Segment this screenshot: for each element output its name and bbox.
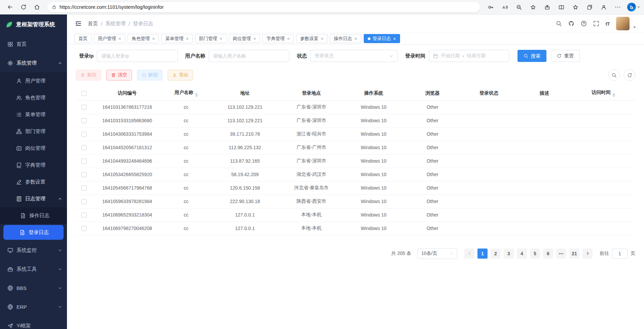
split-screen-button[interactable]	[554, 1, 568, 13]
tab-login-log[interactable]: 登录日志	[364, 34, 400, 43]
bing-chat-icon[interactable]: b	[627, 3, 636, 11]
export-button[interactable]: 导出	[168, 70, 193, 80]
github-icon[interactable]	[568, 21, 574, 27]
tab-dept-management[interactable]: 部门管理	[195, 34, 226, 43]
username-input[interactable]	[209, 50, 289, 62]
page-button-21[interactable]: 21	[569, 249, 579, 259]
login-ip-input[interactable]	[97, 50, 178, 62]
reset-button[interactable]: 重置	[551, 50, 580, 62]
sidebar-item-yi-framework[interactable]: Yi框架	[0, 316, 67, 329]
sort-carets-icon[interactable]	[612, 93, 615, 97]
row-checkbox[interactable]	[81, 105, 86, 110]
clear-button[interactable]: 清空	[106, 70, 132, 80]
sidebar-item-system-monitor[interactable]: 系统监控	[0, 241, 67, 260]
status-select[interactable]: 登录状态	[310, 50, 398, 62]
sidebar-item-user-management[interactable]: 用户管理	[0, 72, 67, 89]
tab-operation-log[interactable]: 操作日志	[330, 34, 361, 43]
page-button-2[interactable]: 2	[491, 249, 501, 259]
zoom-out-button[interactable]	[512, 1, 526, 13]
next-page-button[interactable]	[582, 249, 593, 259]
browser-profile-button[interactable]	[597, 1, 610, 13]
sidebar-item-operation-log[interactable]: 操作日志	[0, 207, 67, 224]
browser-back-button[interactable]	[4, 1, 16, 13]
sidebar-item-post-management[interactable]: 岗位管理	[0, 140, 67, 157]
end-date-placeholder[interactable]: 结束日期	[467, 53, 486, 59]
favorites-add-button[interactable]	[526, 1, 540, 13]
search-icon[interactable]	[556, 21, 562, 27]
sidebar-item-dept-management[interactable]: 部门管理	[0, 123, 67, 140]
row-checkbox[interactable]	[81, 159, 86, 164]
user-avatar[interactable]	[616, 17, 630, 30]
sidebar-item-home[interactable]: 首页	[0, 35, 67, 54]
close-icon[interactable]	[287, 36, 290, 41]
goto-page-input[interactable]	[612, 249, 628, 259]
sidebar-item-menu-management[interactable]: 菜单管理	[0, 106, 67, 123]
close-icon[interactable]	[393, 36, 396, 41]
avatar-caret-icon[interactable]	[633, 27, 636, 28]
address-bar[interactable]: https://ccnetcore.com:1101/system/log/lo…	[47, 2, 480, 12]
tab-user-management[interactable]: 用户管理	[94, 34, 125, 43]
breadcrumb-home[interactable]: 首页	[88, 21, 98, 27]
row-checkbox[interactable]	[81, 132, 86, 137]
url-text[interactable]: https://ccnetcore.com:1101/system/log/lo…	[60, 4, 164, 10]
close-icon[interactable]	[186, 36, 188, 41]
sort-carets-icon[interactable]	[195, 93, 198, 97]
sidebar-item-erp[interactable]: ERP	[0, 297, 67, 316]
close-icon[interactable]	[118, 36, 121, 41]
prev-page-button[interactable]	[464, 249, 474, 259]
sidebar-item-login-log[interactable]: 登录日志	[3, 225, 64, 240]
show-search-toggle-button[interactable]	[608, 69, 620, 81]
row-checkbox[interactable]	[81, 118, 86, 123]
close-icon[interactable]	[152, 36, 155, 41]
delete-button[interactable]: 删除	[76, 70, 101, 80]
bing-caret-icon[interactable]	[637, 6, 640, 8]
breadcrumb-system-management[interactable]: 系统管理	[105, 21, 126, 27]
start-date-placeholder[interactable]: 开始日期	[441, 53, 460, 59]
collections-button[interactable]	[583, 1, 596, 13]
sidebar-item-system-tools[interactable]: 系统工具	[0, 260, 67, 278]
help-icon[interactable]	[581, 21, 587, 27]
tab-role-management[interactable]: 角色管理	[128, 34, 159, 43]
font-size-icon[interactable]: tT	[606, 21, 610, 27]
row-checkbox[interactable]	[81, 186, 86, 191]
sidebar-item-system-management[interactable]: 系统管理	[0, 54, 67, 72]
page-button-6[interactable]: 6	[543, 249, 553, 259]
close-icon[interactable]	[253, 36, 256, 41]
col-access-time[interactable]: 访问时间	[571, 86, 635, 100]
search-button[interactable]: 搜索	[517, 50, 546, 62]
page-button-1[interactable]: 1	[477, 249, 488, 259]
tab-menu-management[interactable]: 菜单管理	[161, 34, 192, 43]
sidebar-item-dict-management[interactable]: 字典管理	[0, 157, 67, 173]
close-icon[interactable]	[321, 36, 323, 41]
row-checkbox[interactable]	[81, 199, 86, 204]
password-key-button[interactable]	[484, 1, 497, 13]
row-checkbox[interactable]	[81, 226, 86, 231]
row-checkbox[interactable]	[81, 212, 86, 218]
select-all-checkbox[interactable]	[81, 91, 86, 96]
browser-menu-button[interactable]: ⋯	[611, 1, 624, 13]
row-checkbox[interactable]	[81, 145, 86, 150]
sidebar-item-bbs[interactable]: BBS	[0, 278, 67, 297]
tab-dict-management[interactable]: 字典管理	[262, 34, 294, 43]
page-button-4[interactable]: 4	[517, 249, 527, 259]
row-checkbox[interactable]	[81, 172, 86, 177]
sidebar-item-log-management[interactable]: 日志管理	[0, 190, 67, 207]
browser-refresh-button[interactable]	[17, 1, 30, 13]
read-aloud-button[interactable]	[498, 1, 511, 13]
page-button-5[interactable]: 5	[530, 249, 540, 259]
unlock-button[interactable]: 解锁	[137, 70, 163, 80]
page-button-3[interactable]: 3	[504, 249, 514, 259]
favorites-button[interactable]	[569, 1, 582, 13]
close-icon[interactable]	[354, 36, 357, 41]
more-pages-button[interactable]: •••	[556, 249, 566, 259]
menu-fold-button[interactable]	[75, 20, 82, 27]
tab-home[interactable]: 首页	[74, 34, 92, 43]
col-username[interactable]: 用户名称	[163, 86, 210, 100]
sidebar-item-param-settings[interactable]: 参数设置	[0, 173, 67, 190]
fullscreen-icon[interactable]	[593, 21, 599, 27]
page-size-select[interactable]: 10条/页	[418, 248, 457, 259]
sidebar-item-role-management[interactable]: 角色管理	[0, 89, 67, 106]
tab-param-settings[interactable]: 参数设置	[296, 34, 327, 43]
login-time-range-picker[interactable]: 开始日期 - 结束日期	[429, 50, 509, 62]
browser-home-button[interactable]	[31, 1, 43, 13]
